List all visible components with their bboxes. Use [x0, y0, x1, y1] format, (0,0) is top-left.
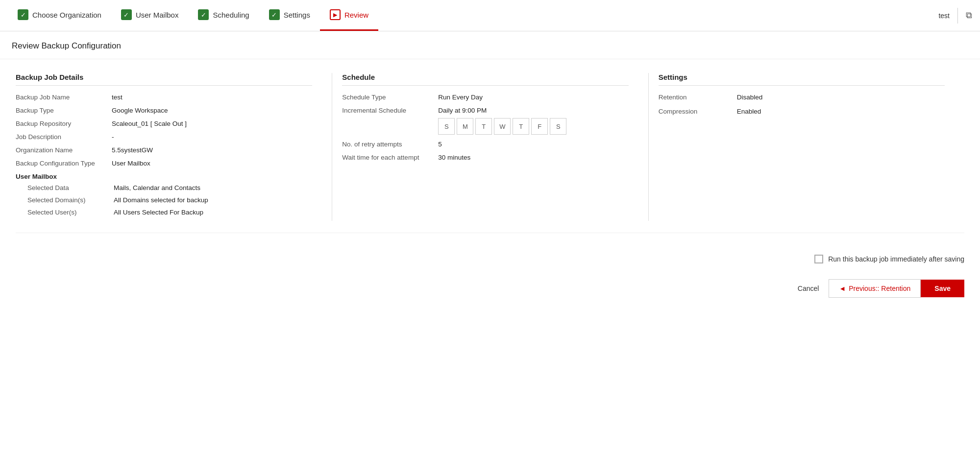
job-description-row: Job Description - — [16, 133, 312, 141]
check-icon-settings: ✓ — [269, 9, 280, 20]
previous-button[interactable]: ◄ Previous:: Retention — [829, 279, 921, 298]
day-thursday: T — [513, 118, 529, 135]
retention-label: Retention — [659, 94, 717, 101]
selected-data-value: Mails, Calendar and Contacts — [114, 184, 200, 191]
backup-type-row: Backup Type Google Workspace — [16, 107, 312, 114]
nav-step-choose-org[interactable]: ✓ Choose Organization — [8, 0, 111, 31]
schedule-type-value: Run Every Day — [438, 94, 483, 101]
nav-step-review-label: Review — [344, 11, 368, 19]
nav-step-scheduling-label: Scheduling — [213, 11, 249, 19]
org-name-row: Organization Name 5.5systestGW — [16, 146, 312, 154]
nav-step-review[interactable]: ▶ Review — [320, 0, 378, 31]
nav-step-user-mailbox-label: User Mailbox — [136, 11, 179, 19]
selected-users-row: Selected User(s) All Users Selected For … — [16, 209, 312, 216]
day-monday: M — [457, 118, 473, 135]
schedule-column: Schedule Schedule Type Run Every Day Inc… — [332, 73, 648, 221]
play-icon-review: ▶ — [330, 9, 341, 20]
day-wednesday: W — [494, 118, 511, 135]
retry-attempts-value: 5 — [438, 141, 442, 148]
retry-attempts-row: No. of retry attempts 5 — [342, 141, 628, 148]
wait-time-label: Wait time for each attempt — [342, 154, 430, 161]
selected-domain-row: Selected Domain(s) All Domains selected … — [16, 196, 312, 204]
backup-config-type-label: Backup Configuration Type — [16, 160, 104, 167]
nav-step-settings-label: Settings — [284, 11, 310, 19]
schedule-type-label: Schedule Type — [342, 94, 430, 101]
nav-divider — [957, 8, 958, 24]
day-sunday: S — [438, 118, 455, 135]
backup-repository-value: Scaleout_01 [ Scale Out ] — [112, 120, 187, 127]
run-immediately-label: Run this backup job immediately after sa… — [828, 255, 964, 263]
nav-right-section: test ⧉ — [938, 8, 972, 24]
selected-data-label: Selected Data — [27, 184, 106, 191]
run-immediately-checkbox[interactable] — [814, 255, 823, 263]
nav-username: test — [938, 12, 950, 20]
org-name-value: 5.5systestGW — [112, 146, 153, 154]
check-icon-scheduling: ✓ — [198, 9, 209, 20]
backup-repository-label: Backup Repository — [16, 120, 104, 127]
backup-job-name-value: test — [112, 94, 122, 101]
backup-config-type-row: Backup Configuration Type User Mailbox — [16, 160, 312, 167]
backup-job-details-title: Backup Job Details — [16, 73, 312, 86]
selected-users-label: Selected User(s) — [27, 209, 106, 216]
backup-type-value: Google Workspace — [112, 107, 168, 114]
backup-job-name-row: Backup Job Name test — [16, 94, 312, 101]
page-title: Review Backup Configuration — [12, 41, 968, 51]
retention-value: Disabled — [737, 94, 763, 101]
review-columns: Backup Job Details Backup Job Name test … — [16, 73, 964, 233]
backup-repository-row: Backup Repository Scaleout_01 [ Scale Ou… — [16, 120, 312, 127]
check-icon-choose-org: ✓ — [18, 9, 28, 20]
nav-step-scheduling[interactable]: ✓ Scheduling — [188, 0, 259, 31]
external-link-icon[interactable]: ⧉ — [966, 10, 972, 21]
retention-row: Retention Disabled — [659, 94, 945, 101]
days-grid: S M T W T F S — [438, 118, 566, 135]
compression-label: Compression — [659, 108, 717, 115]
main-content: Backup Job Details Backup Job Name test … — [0, 59, 980, 247]
incremental-schedule-label: Incremental Schedule — [342, 107, 430, 114]
wait-time-row: Wait time for each attempt 30 minutes — [342, 154, 628, 161]
compression-value: Enabled — [737, 108, 761, 115]
selected-domain-label: Selected Domain(s) — [27, 196, 106, 204]
previous-button-label: Previous:: Retention — [849, 285, 910, 292]
day-saturday: S — [550, 118, 566, 135]
previous-arrow-icon: ◄ — [839, 285, 846, 292]
cancel-button[interactable]: Cancel — [788, 280, 829, 297]
selected-users-value: All Users Selected For Backup — [114, 209, 203, 216]
incremental-schedule-row: Incremental Schedule Daily at 9:00 PM S … — [342, 107, 628, 135]
backup-config-type-value: User Mailbox — [112, 160, 150, 167]
bottom-actions: Cancel ◄ Previous:: Retention Save — [0, 267, 980, 306]
settings-column: Settings Retention Disabled Compression … — [648, 73, 964, 221]
settings-title: Settings — [659, 73, 945, 86]
schedule-type-row: Schedule Type Run Every Day — [342, 94, 628, 101]
org-name-label: Organization Name — [16, 146, 104, 154]
incremental-schedule-value: Daily at 9:00 PM — [438, 107, 566, 114]
retry-attempts-label: No. of retry attempts — [342, 141, 430, 148]
day-friday: F — [531, 118, 548, 135]
backup-job-details-column: Backup Job Details Backup Job Name test … — [16, 73, 332, 221]
wait-time-value: 30 minutes — [438, 154, 470, 161]
top-navigation: ✓ Choose Organization ✓ User Mailbox ✓ S… — [0, 0, 980, 31]
compression-row: Compression Enabled — [659, 108, 945, 115]
backup-job-name-label: Backup Job Name — [16, 94, 104, 101]
nav-step-user-mailbox[interactable]: ✓ User Mailbox — [111, 0, 189, 31]
selected-domain-value: All Domains selected for backup — [114, 196, 208, 204]
nav-step-settings[interactable]: ✓ Settings — [259, 0, 320, 31]
schedule-title: Schedule — [342, 73, 628, 86]
selected-data-row: Selected Data Mails, Calendar and Contac… — [16, 184, 312, 191]
nav-step-choose-org-label: Choose Organization — [32, 11, 101, 19]
user-mailbox-subsection-title: User Mailbox — [16, 173, 312, 180]
job-description-value: - — [112, 133, 114, 141]
day-tuesday: T — [475, 118, 492, 135]
page-title-bar: Review Backup Configuration — [0, 31, 980, 59]
save-button[interactable]: Save — [921, 280, 964, 297]
run-immediately-container: Run this backup job immediately after sa… — [0, 247, 980, 267]
check-icon-user-mailbox: ✓ — [121, 9, 132, 20]
backup-type-label: Backup Type — [16, 107, 104, 114]
job-description-label: Job Description — [16, 133, 104, 141]
